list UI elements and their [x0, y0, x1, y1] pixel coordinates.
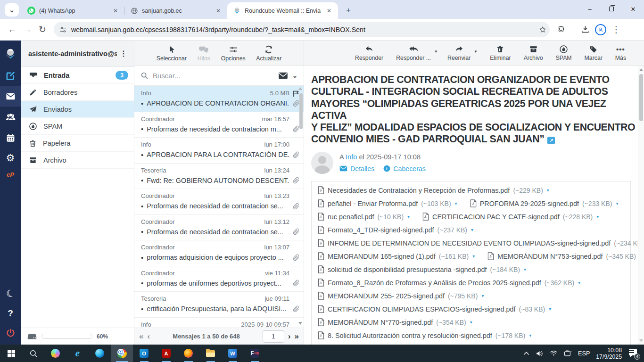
scroll-up-arrow[interactable]: [639, 68, 643, 71]
attachment-item[interactable]: Formato_4_TDR-signed-signed.pdf(~237 KB)…: [318, 226, 473, 234]
list-scroll-down-arrow[interactable]: [298, 322, 302, 325]
attachment-name[interactable]: MEMORANDUM 165-signed (1).pdf: [328, 253, 436, 260]
taskbar-clock[interactable]: 10:08 17/9/2025: [596, 347, 622, 360]
list-scrollbar-thumb[interactable]: [299, 93, 303, 129]
attachment-menu-caret[interactable]: ▾: [549, 306, 551, 312]
tab-search-button[interactable]: ⌄: [5, 3, 19, 16]
reply-all-caret[interactable]: ▾: [435, 49, 437, 54]
sidebar-item-archivo[interactable]: Archivo: [21, 152, 134, 169]
delete-button[interactable]: Eliminar: [490, 45, 511, 61]
attachment-name[interactable]: solicitud de disponibilidad presupuestar…: [328, 266, 487, 273]
message-row[interactable]: Infolun 17:00 •APROBACION PARA LA CONTRA…: [134, 138, 304, 164]
select-button[interactable]: Seleccionar: [157, 45, 187, 62]
message-row[interactable]: Tesoreriajue 09:11 •ertificación Presupu…: [134, 292, 304, 318]
attachment-menu-caret[interactable]: ▾: [470, 320, 472, 325]
tab-sanjuan[interactable]: sanjuan.gob.ec ✕: [124, 2, 227, 19]
message-row[interactable]: Coordinadorlun 13:12 •Proformas de neces…: [134, 215, 304, 241]
taskbar-search-button[interactable]: [22, 345, 44, 362]
attachment-item[interactable]: MEMORANDUM 165-signed (1).pdf(~161 KB)▾: [318, 252, 475, 260]
attachment-menu-caret[interactable]: ▾: [616, 201, 618, 206]
calendar-nav-button[interactable]: [0, 127, 21, 148]
tab-roundcube-active[interactable]: Roundcube Webmail :: Enviados ✕: [227, 2, 338, 19]
attachment-item[interactable]: CERTIFICACION PAC Y CATE-signed.pdf(~228…: [422, 213, 599, 221]
close-icon[interactable]: ✕: [325, 7, 333, 15]
taskbar-outlook[interactable]: O: [133, 345, 155, 362]
attachment-item[interactable]: peñafiel - Enviar Proforma.pdf(~103 KB)▾: [318, 199, 457, 207]
attachment-menu-caret[interactable]: ▾: [481, 293, 484, 298]
browser-menu-button[interactable]: ⋮: [609, 22, 624, 37]
forward-caret[interactable]: ▾: [475, 49, 477, 54]
taskbar-edge[interactable]: [89, 345, 111, 362]
message-row[interactable]: Tesorerialun 13:24 •Fwd: Re: GOBIERNO AU…: [134, 164, 304, 189]
sidebar-item-entrada[interactable]: Entrada 3: [21, 67, 134, 84]
minimize-button[interactable]: –: [579, 0, 601, 18]
tab-whatsapp[interactable]: (4) WhatsApp ✕: [22, 2, 124, 19]
attachment-menu-caret[interactable]: ▾: [407, 214, 410, 219]
language-indicator[interactable]: ESP: [578, 350, 590, 357]
reply-all-button[interactable]: Responder ... ▾: [396, 45, 431, 61]
first-page-button[interactable]: «: [139, 332, 143, 340]
attachment-name[interactable]: INFORME DE DETERMINACION DE NECESIDAD EV…: [328, 239, 611, 247]
back-button[interactable]: ←: [5, 22, 20, 37]
attachment-menu-caret[interactable]: ▾: [472, 254, 475, 259]
attachment-item[interactable]: MEMORÁNDUM N°753-signed.pdf(~345 KB)▾: [487, 252, 638, 260]
wifi-icon[interactable]: [550, 350, 558, 356]
attachment-name[interactable]: peñafiel - Enviar Proforma.pdf: [328, 200, 418, 207]
compose-button[interactable]: [0, 65, 21, 86]
attachment-name[interactable]: CERTIFICACION OLIMPIADAS ESPACIOS-signed…: [328, 305, 516, 313]
dark-mode-button[interactable]: ☾: [0, 283, 21, 304]
taskbar-word[interactable]: W: [222, 345, 244, 362]
attachment-menu-caret[interactable]: ▾: [471, 227, 473, 232]
message-row[interactable]: Coordinadorlun 13:07 •proformas adquisic…: [134, 240, 304, 266]
attachment-name[interactable]: Formato_8_Razón de Proformas y Análisis …: [328, 279, 541, 287]
message-row[interactable]: Coordinadorvie 11:34 •proformas de unifo…: [134, 266, 304, 292]
attachment-name[interactable]: MEMORÁNDUM N°753-signed.pdf: [497, 253, 603, 260]
spam-button[interactable]: SPAM: [556, 45, 572, 61]
prev-page-button[interactable]: ‹: [147, 332, 150, 340]
headers-toggle[interactable]: Cabeceras: [383, 165, 426, 173]
more-button[interactable]: ••• Más: [615, 45, 626, 61]
attachment-item[interactable]: MEMORANDUM 255- 2025-signed.pdf(~795 KB)…: [318, 292, 484, 300]
download-icon[interactable]: [578, 22, 593, 37]
close-icon[interactable]: ✕: [214, 7, 223, 15]
message-row[interactable]: Info5.0 MB •APROBACION DE CONTRATACION O…: [134, 86, 304, 112]
attachment-item[interactable]: ruc penafiel.pdf(~10 KB)▾: [318, 213, 410, 221]
taskbar-firefox[interactable]: [177, 345, 199, 362]
notification-center-button[interactable]: 4: [628, 349, 638, 358]
cpanel-link[interactable]: cP: [0, 166, 21, 183]
taskbar-chrome[interactable]: [111, 345, 133, 362]
attachment-menu-caret[interactable]: ▾: [455, 201, 457, 206]
options-button[interactable]: Opciones: [221, 45, 246, 62]
content-scrollbar[interactable]: [638, 66, 644, 345]
attachment-menu-caret[interactable]: ▾: [596, 214, 599, 219]
maximize-button[interactable]: [601, 0, 622, 18]
attachment-item[interactable]: Formato_8_Razón de Proformas y Análisis …: [318, 279, 580, 287]
attachment-menu-caret[interactable]: ▾: [524, 267, 526, 272]
message-row[interactable]: Info2025-09-10 09:57: [134, 318, 304, 328]
search-scope-mail-icon[interactable]: [278, 72, 288, 80]
browser-profile-icon[interactable]: [595, 24, 606, 35]
roundcube-logo[interactable]: [0, 43, 21, 64]
attachment-item[interactable]: solicitud de disponibilidad presupuestar…: [318, 265, 526, 273]
recipient-link[interactable]: Info: [346, 153, 357, 161]
scroll-down-arrow[interactable]: [639, 339, 643, 342]
content-scrollbar-thumb[interactable]: [639, 74, 643, 121]
account-menu-button[interactable]: ⋮: [117, 49, 130, 58]
attachment-menu-caret[interactable]: ▾: [547, 188, 549, 193]
close-window-button[interactable]: ✕: [622, 0, 644, 18]
attachment-item[interactable]: PROFORMA 29-2025-signed.pdf(~233 KB)▾: [470, 199, 619, 207]
sidebar-item-spam[interactable]: SPAM: [21, 118, 134, 135]
attachment-name[interactable]: CERTIFICACION PAC Y CATE-signed.pdf: [432, 213, 560, 221]
logout-button[interactable]: [0, 322, 21, 343]
open-external-icon[interactable]: ↗: [547, 137, 555, 144]
attachment-name[interactable]: MEMORANDUM 255- 2025-signed.pdf: [328, 292, 445, 300]
attachment-item[interactable]: CERTIFICACION OLIMPIADAS ESPACIOS-signed…: [318, 305, 551, 313]
next-page-button[interactable]: ›: [288, 332, 291, 340]
mail-nav-button[interactable]: [0, 86, 21, 107]
forward-button[interactable]: →: [20, 22, 35, 37]
contacts-nav-button[interactable]: [0, 107, 21, 127]
attachment-name[interactable]: PROFORMA 29-2025-signed.pdf: [480, 200, 579, 207]
sidebar-item-enviados[interactable]: Enviados: [21, 101, 134, 118]
settings-nav-button[interactable]: ⚙: [0, 147, 21, 168]
attachment-item[interactable]: MEMORÁNDUM N°770-signed.pdf(~354 KB)▾: [318, 318, 472, 326]
